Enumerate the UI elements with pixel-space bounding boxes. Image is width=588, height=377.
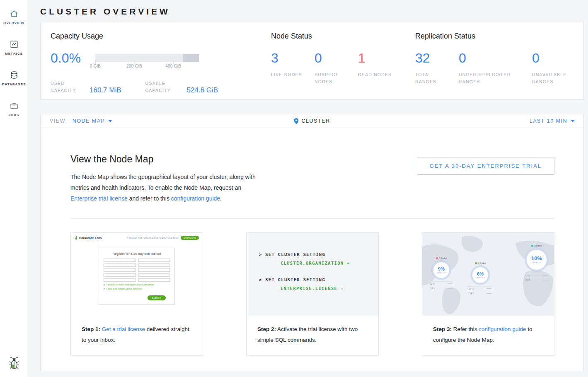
under-replicated-ranges-label: UNDER-REPLICATED RANGES [459,71,517,85]
capacity-bar-chart: 0 GiB 200 GiB 400 GiB [95,41,199,72]
total-ranges-label: TOTAL RANGES [415,71,441,85]
sidebar: OVERVIEW METRICS DATABASES JOBS [0,0,28,377]
unavailable-ranges-value: 0 [532,51,573,65]
sidebar-item-label: DATABASES [2,82,26,86]
code-command: > SET CLUSTER SETTING [259,277,378,282]
code-argument: ENTERPRISE.LICENSE = [259,286,378,291]
used-capacity-value: 160.7 MiB [90,86,121,94]
unavailable-ranges-label: UNAVAILABLE RANGES [532,71,573,85]
configuration-guide-link[interactable]: configuration guide [479,326,526,332]
sidebar-item-jobs[interactable]: JOBS [0,97,28,121]
home-icon [10,9,19,18]
dead-nodes-stat: 1 DEAD NODES [358,41,392,85]
sidebar-item-label: JOBS [9,113,19,117]
suspect-nodes-stat: 0 SUSPECT NODES [315,41,358,85]
dead-nodes-label: DEAD NODES [358,71,392,78]
mini-form-checkbox-row: I would like to receive email updates ab… [104,284,170,286]
capacity-used-percent: 0.0% [51,51,95,65]
chevron-down-icon [109,120,112,122]
region-capacity-donut: 6% CAPACITY [471,266,490,285]
step1-caption: Step 1: Get a trial license delivered st… [71,316,203,355]
scope-breadcrumb: CLUSTER [294,118,330,124]
mini-download-button: DOWNLOAD [181,236,199,240]
cockroach-bug-icon [9,356,19,370]
node-map-description: The Node Map shows the geographical layo… [70,172,263,204]
capacity-axis: 0 GiB 200 GiB 400 GiB [95,63,199,72]
replication-status-title: Replication Status [415,31,573,41]
cockroachdb-logo[interactable] [0,356,28,370]
region-metrics: CPU QPS [430,281,453,290]
code-argument: CLUSTER.ORGANIZATION = [259,261,378,266]
step3-label: Step 3: [433,326,452,332]
mini-form-title: Register for a 30-day trial license [104,252,170,256]
mini-form-field [138,268,170,272]
map-region-marker: 3 Nodes 6% CAPACITY CPU QPS [469,262,492,295]
divider [70,218,554,219]
enterprise-trial-button[interactable]: GET A 30-DAY ENTERPRISE TRIAL [417,157,554,175]
region-dot-icon [531,245,533,247]
view-selector[interactable]: VIEW: NODE MAP [50,118,112,124]
step2-card: > SET CLUSTER SETTING CLUSTER.ORGANIZATI… [246,232,379,356]
description-text: . [220,195,222,202]
capacity-usage-section: Capacity Usage 0.0% 0 GiB [51,31,271,92]
time-range-selector[interactable]: LAST 10 MIN [530,118,574,124]
chevron-down-icon [571,120,574,122]
node-status-section: Node Status 3 LIVE NODES 0 SUSPECT NODES… [271,31,415,92]
suspect-nodes-value: 0 [315,51,358,65]
page-title: CLUSTER OVERVIEW [40,0,584,22]
sidebar-item-databases[interactable]: DATABASES [0,66,28,90]
region-nodes-tag: 3 Nodes [531,244,542,247]
region-nodes-tag: 3 Nodes [475,262,486,264]
capacity-tick-400: 400 GiB [165,63,181,68]
mini-form-field [138,259,170,262]
capacity-bar-segment [183,54,199,62]
region-dot-icon [475,262,477,264]
sidebar-item-metrics[interactable]: METRICS [0,36,28,60]
sidebar-item-label: OVERVIEW [3,21,24,25]
time-range-value: LAST 10 MIN [530,118,567,124]
briefcase-icon [10,101,19,110]
step1-screenshot: Cockroach Labs PRODUCT CUSTOMERS DOCS RE… [71,233,203,316]
region-capacity-donut: 9% CAPACITY [432,261,451,280]
capacity-bar-track [95,54,199,62]
location-pin-icon [294,118,299,124]
metrics-icon [10,40,19,49]
mini-form-field [104,263,136,267]
view-value: NODE MAP [73,118,105,124]
step1-label: Step 1: [82,326,100,332]
usable-capacity-value: 524.6 GiB [187,86,218,94]
used-capacity-stat: USED CAPACITY 160.7 MiB [51,80,121,94]
mini-form-field [138,278,170,282]
checkbox-icon [104,288,105,290]
step3-map-preview: 3 Nodes 9% CAPACITY CPU QPS [422,233,554,316]
mini-submit-button: SUBMIT [148,295,166,300]
region-capacity-donut: 10% CAPACITY [525,248,548,271]
view-bar: VIEW: NODE MAP CLUSTER LAST 10 MIN [40,114,584,128]
live-nodes-label: LIVE NODES [271,71,307,78]
dead-nodes-value: 1 [358,51,392,65]
total-ranges-stat: 32 TOTAL RANGES [415,41,459,85]
configuration-guide-link[interactable]: configuration guide [171,195,220,202]
database-icon [10,70,19,80]
replication-status-section: Replication Status 32 TOTAL RANGES 0 UND… [415,31,573,92]
live-nodes-stat: 3 LIVE NODES [271,41,315,85]
checkbox-icon [104,284,105,286]
step1-card: Cockroach Labs PRODUCT CUSTOMERS DOCS RE… [70,232,203,356]
get-trial-license-link[interactable]: Get a trial license [102,326,145,332]
sidebar-item-overview[interactable]: OVERVIEW [0,5,28,29]
cluster-summary-card: Capacity Usage 0.0% 0 GiB [40,22,584,100]
live-nodes-value: 3 [271,51,315,65]
step3-text: Refer this [453,326,477,332]
enterprise-trial-license-link[interactable]: Enterprise trial license [70,195,128,202]
mini-form-field [138,263,170,267]
step2-code-block: > SET CLUSTER SETTING CLUSTER.ORGANIZATI… [247,233,378,316]
map-region-marker: 3 Nodes 10% CAPACITY CPU QPS [525,244,548,282]
scope-label: CLUSTER [302,118,330,124]
map-region-marker: 3 Nodes 9% CAPACITY CPU QPS [430,257,453,290]
under-replicated-ranges-stat: 0 UNDER-REPLICATED RANGES [459,41,532,85]
sidebar-item-label: METRICS [5,52,23,56]
mini-trial-form: Register for a 30-day trial license [99,248,175,305]
capacity-tick-200: 200 GiB [126,63,142,68]
mini-form-field [104,259,136,262]
code-command: > SET CLUSTER SETTING [259,252,378,257]
